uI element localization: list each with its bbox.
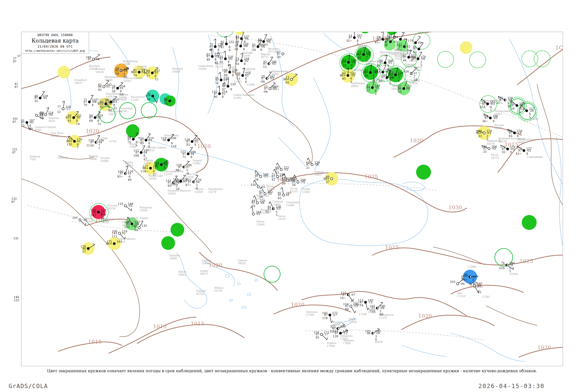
- station-value: 97: [84, 100, 87, 103]
- station-value: 97: [332, 327, 336, 330]
- isobar-label: 1015: [191, 321, 204, 326]
- isobar-label: 1030: [448, 205, 462, 210]
- station-value: 06: [164, 163, 168, 166]
- station-value: 3: [375, 335, 377, 338]
- station-value: -10: [350, 74, 355, 77]
- station-value: 97: [348, 36, 352, 39]
- station-value: 8: [101, 214, 102, 216]
- station-value: 12: [263, 66, 267, 68]
- station-value: 95=: [66, 116, 72, 119]
- station-value: 03: [472, 276, 476, 278]
- station-value: 95: [316, 336, 319, 339]
- station-name: Nuernberg 10763: [106, 92, 120, 98]
- station-value: 8: [214, 58, 216, 61]
- station-value: 97: [34, 97, 38, 99]
- station-value: 8: [390, 79, 391, 82]
- cloud-cover-symbol: [522, 149, 525, 152]
- station-name: Geneve-Cointrin 6700: [35, 126, 56, 132]
- station-value: 2: [420, 60, 422, 63]
- cloud-cover-symbol: [372, 332, 374, 334]
- station-name: Анталья 17300: [306, 311, 317, 316]
- station-value: 41: [214, 61, 218, 64]
- station-value: -03: [276, 207, 280, 210]
- station-value: 77: [57, 106, 61, 108]
- station-value: 97: [384, 40, 388, 43]
- station-name: 40050: [375, 341, 383, 344]
- station-value: 8: [529, 112, 531, 115]
- station-value: 97*: [341, 61, 346, 64]
- station-name: Варена 26737: [261, 53, 270, 59]
- station-value: -01: [234, 48, 238, 50]
- station-value: 97: [276, 168, 279, 171]
- station-value: 6: [136, 144, 138, 147]
- cloud-cover-symbol: [44, 113, 47, 116]
- station-name: Чёрный Яр 34578: [486, 140, 502, 146]
- station-value: 97: [484, 116, 488, 119]
- cloud-cover-symbol: [140, 151, 142, 154]
- station-value: 97: [235, 45, 238, 48]
- station-value: 97: [214, 92, 217, 95]
- station-value: 97: [398, 45, 402, 48]
- cloud-cover-symbol: [214, 45, 216, 48]
- station-value: 01: [128, 172, 132, 175]
- station-value: -27: [332, 314, 337, 316]
- station-value: -10: [375, 332, 380, 334]
- station-value: 97: [511, 104, 515, 107]
- station-value: 8: [76, 119, 78, 122]
- cloud-cover-symbol: [394, 74, 397, 76]
- station-value: 6: [148, 145, 150, 148]
- weather-map-page: 1010101010101015101510201020102010201020…: [0, 0, 588, 392]
- station-value: 50: [29, 128, 33, 130]
- station-name: 6759: [110, 140, 116, 143]
- station-value: 5: [276, 214, 278, 216]
- station-name: Limnos 16650: [238, 259, 247, 265]
- station-value: 75~: [265, 210, 271, 213]
- station-value: 43: [413, 51, 417, 54]
- station-value: 0: [375, 338, 377, 341]
- station-name: 17099: [468, 266, 476, 268]
- station-value: 7: [398, 77, 400, 80]
- station-value: 4: [385, 77, 387, 80]
- station-value: 8: [232, 74, 234, 77]
- station-value: 97: [220, 58, 223, 60]
- station-value: 27: [153, 173, 156, 176]
- station-value: 91: [115, 69, 119, 72]
- station-value: 97: [252, 202, 255, 204]
- station-value: 118: [322, 317, 328, 320]
- station-name: Treviso 16098: [100, 157, 110, 163]
- station-value: 03: [113, 100, 117, 103]
- station-value: 8: [526, 152, 528, 155]
- station-value: 81: [100, 106, 104, 108]
- station-value: 97: [324, 314, 328, 316]
- station-value: -05: [477, 284, 482, 287]
- station-value: -05: [228, 58, 232, 60]
- cloud-cover-symbol: [320, 333, 323, 336]
- station-value: 09: [224, 74, 228, 77]
- station-value: 6: [229, 49, 230, 52]
- cloud-cover-symbol: [525, 109, 528, 112]
- cloud-cover-symbol: [369, 71, 372, 74]
- station-value: 04: [96, 58, 100, 60]
- cloud-cover-symbol: [118, 232, 121, 234]
- station-value: 04: [196, 180, 200, 183]
- station-value: -03: [486, 132, 491, 134]
- station-value: 03: [236, 62, 239, 65]
- station-value: 97: [186, 140, 190, 143]
- cloud-cover-symbol: [264, 192, 266, 195]
- station-value: 8: [229, 46, 230, 48]
- station-value: -04: [260, 80, 265, 83]
- station-value: 56: [292, 184, 296, 186]
- station-value: 58: [176, 188, 180, 190]
- station-value: 232: [251, 184, 256, 186]
- station-value: 97: [268, 207, 271, 210]
- station-value: -01: [256, 213, 260, 216]
- station-value: 7: [98, 144, 100, 147]
- station-value: 97: [258, 40, 262, 43]
- cloud-cover-symbol: [102, 85, 105, 88]
- station-value: -01: [76, 116, 81, 119]
- station-value: 8: [385, 74, 387, 77]
- station-value: 97: [261, 77, 265, 80]
- cloud-cover-symbol: [138, 226, 140, 229]
- edge-value: 133 97: [11, 197, 17, 204]
- cloud-cover-symbol: [92, 58, 95, 60]
